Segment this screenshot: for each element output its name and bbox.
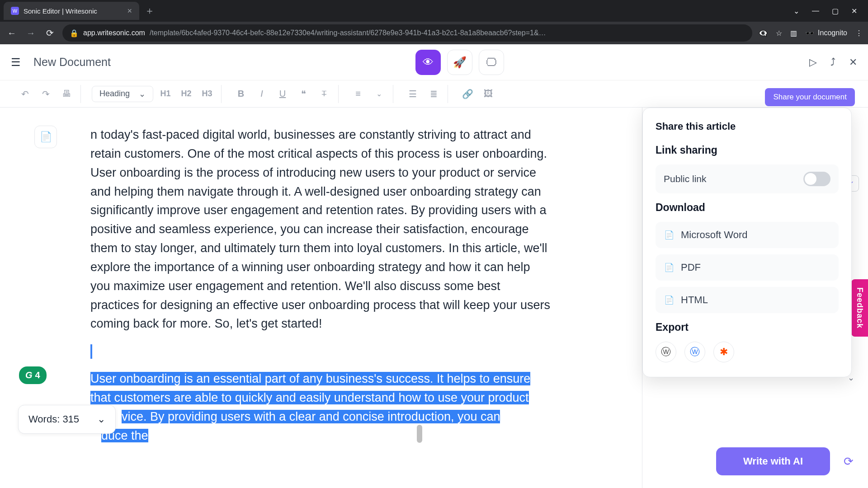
zapier-icon: ✱ (720, 346, 728, 358)
app-header: ☰ New Document 👁 🚀 🖵 ▷ ⤴ ✕ (0, 44, 868, 80)
style-select[interactable]: Heading ⌄ (92, 86, 153, 102)
export-heading: Export (656, 321, 839, 333)
format-toolbar: ↶ ↷ 🖶 Heading ⌄ H1 H2 H3 B I U ❝ T̶ ≡ ⌄ … (0, 80, 868, 108)
tabs-dropdown-icon[interactable]: ⌄ (793, 7, 799, 15)
side-panel-icon[interactable]: ▥ (790, 29, 797, 38)
lock-icon: 🔒 (70, 29, 79, 38)
wordpress-icon: ⓦ (690, 345, 700, 359)
image-button[interactable]: 🖼 (480, 85, 497, 103)
rocket-icon: 🚀 (453, 56, 467, 69)
refresh-icon: ⟳ (844, 455, 854, 469)
number-list-button[interactable]: ≣ (425, 85, 442, 103)
outline-button[interactable]: 📄 (34, 126, 57, 148)
close-icon[interactable]: ✕ (849, 56, 857, 68)
clear-format-button[interactable]: T̶ (316, 85, 333, 103)
document-title[interactable]: New Document (33, 56, 111, 69)
download-heading: Download (656, 202, 839, 214)
word-count[interactable]: Words: 315 ⌄ (18, 405, 116, 434)
h1-button[interactable]: H1 (157, 85, 174, 103)
h2-button[interactable]: H2 (178, 85, 195, 103)
forward-button[interactable]: → (24, 28, 37, 38)
html-icon: 📄 (664, 295, 675, 305)
preview-button[interactable]: 👁 (415, 50, 441, 75)
incognito-icon: 🕶️ (805, 29, 814, 38)
tab-title: Sonic Editor | Writesonic (24, 7, 97, 15)
share-tooltip: Share your document (765, 88, 855, 106)
boost-button[interactable]: 🚀 (447, 50, 472, 75)
export-wordpress[interactable]: ⓦ (656, 342, 676, 362)
underline-button[interactable]: U (274, 85, 291, 103)
bold-button[interactable]: B (232, 85, 250, 103)
window-close-icon[interactable]: ✕ (851, 7, 857, 15)
url-path: /template/6bc4afed-9370-46c4-befc-88e12e… (150, 29, 546, 37)
export-zapier[interactable]: ✱ (713, 342, 734, 362)
minimize-icon[interactable]: ― (812, 7, 819, 15)
no-tracking-icon[interactable]: 👁️‍🗨️ (759, 29, 768, 38)
present-button[interactable]: 🖵 (479, 50, 504, 75)
public-link-row: Public link (656, 164, 839, 193)
download-html[interactable]: 📄 HTML (656, 287, 839, 313)
new-tab-button[interactable]: ＋ (145, 4, 155, 18)
text-cursor (90, 344, 92, 359)
browser-tab[interactable]: W Sonic Editor | Writesonic × (4, 2, 139, 20)
redo-button[interactable]: ↷ (37, 85, 54, 103)
menu-icon[interactable]: ☰ (11, 56, 21, 69)
word-icon: 📄 (664, 230, 675, 240)
kebab-menu-icon[interactable]: ⋮ (855, 29, 863, 38)
document-icon: 📄 (40, 129, 52, 145)
print-button[interactable]: 🖶 (58, 85, 75, 103)
public-link-label: Public link (664, 174, 707, 184)
presentation-icon: 🖵 (486, 56, 497, 69)
reload-button[interactable]: ⟳ (43, 28, 56, 38)
share-icon[interactable]: ⤴ (830, 56, 835, 68)
align-chevron-icon[interactable]: ⌄ (370, 85, 387, 103)
undo-button[interactable]: ↶ (16, 85, 33, 103)
favicon-icon: W (11, 7, 19, 15)
incognito-badge[interactable]: 🕶️ Incognito (805, 29, 847, 38)
export-wordpress-alt[interactable]: ⓦ (684, 342, 705, 362)
feedback-tab[interactable]: Feedback (851, 279, 868, 337)
browser-chrome: W Sonic Editor | Writesonic × ＋ ⌄ ― ▢ ✕ … (0, 0, 868, 44)
chevron-down-icon: ⌄ (139, 89, 146, 99)
editor-canvas[interactable]: 📄 n today's fast-paced digital world, bu… (0, 108, 642, 488)
chevron-down-icon: ⌄ (97, 412, 105, 427)
address-bar[interactable]: 🔒 app.writesonic.com/template/6bc4afed-9… (62, 24, 752, 42)
download-pdf[interactable]: 📄 PDF (656, 254, 839, 281)
bullet-list-button[interactable]: ☰ (404, 85, 421, 103)
eye-icon: 👁 (423, 56, 434, 69)
public-link-toggle[interactable] (803, 172, 830, 186)
wordpress-icon: ⓦ (661, 345, 671, 359)
share-title: Share this article (656, 121, 839, 132)
right-panel: ✓ ⌄ ⌄ Share your document Share this art… (642, 108, 868, 488)
quote-button[interactable]: ❝ (295, 85, 312, 103)
url-domain: app.writesonic.com (83, 29, 145, 37)
paragraph[interactable]: n today's fast-paced digital world, busi… (90, 126, 552, 333)
tab-close-icon[interactable]: × (127, 6, 132, 16)
maximize-icon[interactable]: ▢ (832, 7, 839, 15)
italic-button[interactable]: I (253, 85, 270, 103)
back-button[interactable]: ← (5, 28, 18, 38)
share-popover: Share your document Share this article L… (642, 108, 852, 377)
editor-scrollbar[interactable] (416, 108, 423, 488)
refresh-button[interactable]: ⟳ (838, 451, 859, 472)
pdf-icon: 📄 (664, 262, 675, 273)
link-sharing-heading: Link sharing (656, 144, 839, 156)
scroll-thumb[interactable] (417, 425, 422, 443)
download-word[interactable]: 📄 Microsoft Word (656, 222, 839, 248)
write-with-ai-button[interactable]: Write with AI (716, 447, 830, 475)
grammarly-badge[interactable]: 4 (19, 366, 47, 384)
bookmark-icon[interactable]: ☆ (776, 29, 782, 38)
play-icon[interactable]: ▷ (809, 56, 817, 68)
selected-paragraph[interactable]: User onboarding is an essential part of … (90, 370, 552, 445)
h3-button[interactable]: H3 (198, 85, 216, 103)
link-button[interactable]: 🔗 (459, 85, 476, 103)
align-button[interactable]: ≡ (349, 85, 367, 103)
